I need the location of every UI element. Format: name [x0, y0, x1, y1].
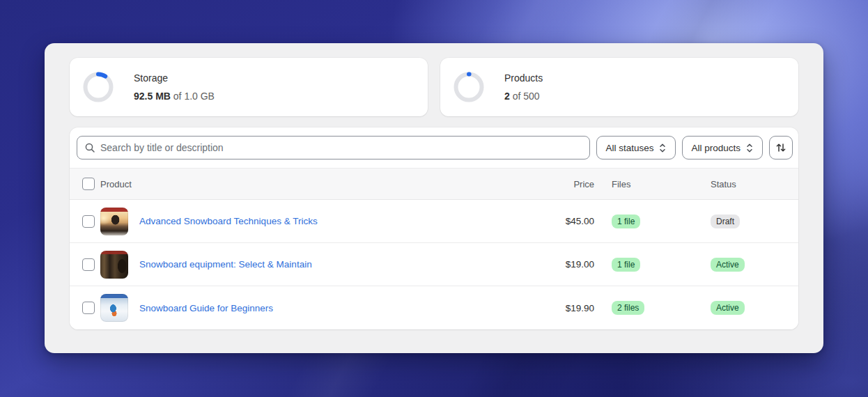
search-input[interactable]	[100, 142, 582, 153]
product-thumbnail	[100, 251, 128, 279]
status-filter-dropdown[interactable]: All statuses	[596, 136, 676, 159]
chevron-up-down-icon	[658, 143, 667, 153]
product-thumbnail	[100, 208, 128, 235]
column-header-price: Price	[518, 179, 594, 189]
column-header-files: Files	[594, 179, 711, 189]
status-badge: Active	[711, 301, 745, 315]
storage-progress-ring	[83, 72, 114, 102]
usage-stats-row: Storage 92.5 MB of 1.0 GB Products 2 of …	[70, 58, 798, 116]
product-thumbnail	[100, 294, 128, 322]
storage-usage-card: Storage 92.5 MB of 1.0 GB	[70, 58, 428, 116]
row-checkbox[interactable]	[82, 302, 95, 314]
sort-arrows-icon	[775, 142, 786, 153]
row-checkbox[interactable]	[82, 258, 95, 271]
products-progress-ring	[454, 72, 484, 102]
chevron-up-down-icon	[745, 143, 754, 153]
files-badge: 2 files	[612, 301, 644, 315]
storage-label: Storage	[134, 72, 215, 84]
table-row: Snowboard Guide for Beginners $19.90 2 f…	[70, 286, 798, 329]
search-box[interactable]	[77, 136, 590, 159]
product-price: $19.90	[518, 303, 594, 313]
table-row: Snowboard equipment: Select & Maintain $…	[70, 243, 798, 286]
product-price: $45.00	[518, 216, 594, 226]
products-usage-card: Products 2 of 500	[440, 58, 798, 116]
search-icon	[84, 142, 95, 153]
row-checkbox[interactable]	[82, 215, 95, 228]
table-row: Advanced Snowboard Techniques & Tricks $…	[70, 200, 798, 243]
status-badge: Draft	[711, 215, 740, 228]
product-title-link[interactable]: Snowboard Guide for Beginners	[139, 303, 273, 313]
select-all-checkbox[interactable]	[82, 178, 95, 190]
table-header-row: Product Price Files Status	[70, 168, 798, 200]
product-title-link[interactable]: Snowboard equipment: Select & Maintain	[139, 259, 312, 270]
product-title-link[interactable]: Advanced Snowboard Techniques & Tricks	[139, 216, 318, 226]
storage-value: 92.5 MB of 1.0 GB	[134, 91, 215, 102]
products-value: 2 of 500	[504, 91, 543, 102]
product-filter-dropdown[interactable]: All products	[682, 136, 763, 159]
files-badge: 1 file	[612, 258, 640, 272]
column-header-status: Status	[711, 179, 798, 189]
products-table-card: All statuses All products	[70, 127, 798, 329]
status-badge: Active	[711, 258, 745, 272]
products-label: Products	[504, 72, 543, 84]
column-header-product: Product	[100, 179, 518, 189]
app-window: Storage 92.5 MB of 1.0 GB Products 2 of …	[45, 43, 823, 353]
filter-toolbar: All statuses All products	[70, 127, 798, 168]
sort-button[interactable]	[769, 136, 793, 159]
files-badge: 1 file	[612, 215, 640, 228]
product-price: $19.00	[518, 259, 594, 270]
